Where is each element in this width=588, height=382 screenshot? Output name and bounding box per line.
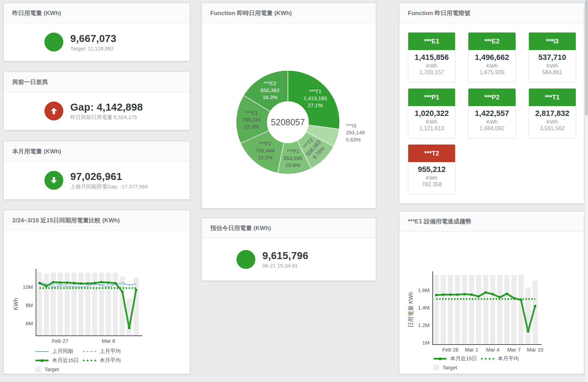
- svg-text:27.1%: 27.1%: [308, 102, 323, 108]
- svg-text:***P1: ***P1: [286, 148, 299, 154]
- panel-title[interactable]: Function 昨日用電燈號: [408, 9, 470, 17]
- legend-item-current-month-average[interactable]: 本月平均: [481, 355, 529, 362]
- stat-subtitle: Target: 11,128,992: [70, 46, 149, 51]
- svg-text:10M: 10M: [23, 284, 33, 290]
- svg-text:***P2: ***P2: [259, 140, 271, 146]
- tile-status-header: ***T2: [408, 145, 455, 162]
- tile-unit: KWh: [529, 63, 576, 69]
- panel-title[interactable]: 本月用電量 (KWh): [12, 147, 61, 155]
- svg-text:5.63%: 5.63%: [346, 137, 361, 143]
- svg-text:791,444: 791,444: [256, 147, 275, 153]
- tile-target: 1,684,092: [468, 125, 515, 132]
- svg-text:553,595: 553,595: [283, 155, 302, 161]
- page-scrollbar[interactable]: [585, 0, 588, 382]
- stat-subtitle: 06-21 15:34:41: [262, 263, 341, 269]
- svg-text:日用電量 KWh: 日用電量 KWh: [408, 292, 414, 328]
- target-bar-key-icon: [35, 367, 41, 372]
- svg-text:293,149: 293,149: [346, 130, 365, 136]
- tile-unit: KWh: [408, 119, 455, 125]
- tile-value: 1,496,662: [468, 53, 515, 62]
- svg-text:1.2M: 1.2M: [418, 322, 430, 328]
- panel-header: 2/24~3/10 近15日同期用電量比較 (KWh): [4, 210, 190, 230]
- legend-label: 本月近15日: [52, 357, 79, 364]
- status-tile: ***P21,422,557KWh1,684,092: [468, 88, 516, 139]
- legend-item-last-month-average[interactable]: 上月平均: [83, 348, 130, 355]
- panel-title[interactable]: 2/24~3/10 近15日同期用電量比較 (KWh): [12, 216, 120, 224]
- panel-header: ***E1 設備用電達成趨勢: [399, 211, 584, 231]
- status-tile: ***T12,817,832KWh3,591,562: [529, 88, 576, 139]
- svg-text:***I3: ***I3: [346, 123, 356, 129]
- legend-label: 本月近15日: [450, 355, 477, 362]
- tile-value: 537,710: [529, 53, 576, 62]
- tile-target: 1,675,939: [468, 69, 515, 76]
- green-line-key-icon: [433, 358, 447, 360]
- tile-target: 762,358: [408, 181, 455, 188]
- legend-label: 上月平均: [100, 348, 121, 355]
- svg-text:1.6M: 1.6M: [418, 287, 430, 293]
- comparison-line-chart: 6M8M10MFeb 27Mar 6KWh: [4, 230, 189, 346]
- panel-month-usage: 本月用電量 (KWh) 97,026,961 上個月同期用電Gap: -17,3…: [3, 141, 190, 200]
- legend-item-target[interactable]: Target: [433, 364, 481, 370]
- svg-text:***T1: ***T1: [309, 88, 321, 94]
- tile-value: 1,415,856: [408, 53, 455, 62]
- tile-unit: KWh: [408, 63, 455, 69]
- lights-tiles: ***E11,415,856KWh1,700,157***E21,496,662…: [399, 23, 584, 195]
- tile-status-header: ***P2: [468, 89, 515, 106]
- legend-item-current-15days[interactable]: 本月近15日: [35, 357, 83, 364]
- panel-header: 本月用電量 (KWh): [4, 141, 190, 161]
- arrow-up-icon: [44, 102, 63, 120]
- stat-value: 9,615,796: [262, 250, 341, 262]
- svg-text:Mar 10: Mar 10: [527, 347, 544, 353]
- panel-15day-comparison: 2/24~3/10 近15日同期用電量比較 (KWh) 6M8M10MFeb 2…: [3, 210, 190, 374]
- tile-target: 584,861: [529, 69, 576, 76]
- dashboard: 昨日用電量 (KWh) 9,667,073 Target: 11,128,992…: [0, 0, 588, 382]
- svg-text:KWh: KWh: [13, 298, 19, 310]
- status-dot-icon: [44, 33, 63, 51]
- svg-text:1,413,183: 1,413,183: [304, 95, 327, 101]
- legend-item-last-month-period[interactable]: 上月同期: [35, 348, 83, 355]
- stat-subtitle: 昨日與前日用電量 5,524,175: [70, 114, 149, 121]
- panel-yesterday-usage: 昨日用電量 (KWh) 9,667,073 Target: 11,128,992: [3, 3, 190, 61]
- blue-line-key-icon: [35, 351, 49, 352]
- scrollbar-thumb[interactable]: [585, 0, 588, 116]
- tile-status-header: ***E2: [468, 33, 515, 50]
- status-tile: ***T2955,212KWh762,358: [408, 144, 455, 195]
- panel-header: 預估今日用電量 (KWh): [202, 218, 376, 238]
- tile-status-header: ***E1: [408, 33, 455, 50]
- panel-e1-trend: ***E1 設備用電達成趨勢 1M1.2M1.4M1.6MFeb 26Mar 1…: [399, 211, 584, 374]
- svg-text:Mar 6: Mar 6: [102, 338, 115, 344]
- stat-body: Gap: 4,142,898 昨日與前日用電量 5,524,175: [4, 92, 190, 130]
- legend-item-target[interactable]: Target: [35, 366, 83, 372]
- chart-legend: 上月同期 上月平均 本月近15日 本月平均: [4, 348, 190, 372]
- stat-value: 9,667,073: [70, 33, 149, 44]
- svg-text:15.3%: 15.3%: [244, 124, 259, 130]
- status-dot-icon: [236, 250, 255, 269]
- tile-value: 1,020,322: [408, 109, 455, 118]
- svg-text:Mar 7: Mar 7: [507, 347, 520, 353]
- stat-body: 9,667,073 Target: 11,128,992: [4, 23, 190, 61]
- tile-target: 1,121,613: [408, 125, 455, 132]
- svg-text:Feb 26: Feb 26: [442, 347, 459, 353]
- svg-text:15.2%: 15.2%: [258, 154, 273, 160]
- tile-status-header: ***I3: [529, 33, 576, 50]
- svg-text:6M: 6M: [26, 320, 33, 326]
- tile-target: 3,591,562: [529, 125, 576, 132]
- panel-title[interactable]: 昨日用電量 (KWh): [12, 9, 61, 17]
- panel-title[interactable]: Function 即時日用電量 (KWh): [210, 9, 292, 17]
- legend-item-current-15days[interactable]: 本月近15日: [433, 355, 481, 362]
- panel-day-gap: 與前一日差異 Gap: 4,142,898 昨日與前日用電量 5,524,175: [3, 72, 190, 130]
- legend-item-current-month-average[interactable]: 本月平均: [83, 357, 130, 364]
- stat-body: 9,615,796 06-21 15:34:41: [202, 238, 376, 280]
- tile-target: 1,700,157: [408, 69, 455, 76]
- status-tile: ***E21,496,662KWh1,675,939: [468, 32, 516, 83]
- svg-text:10.6%: 10.6%: [285, 162, 300, 168]
- stat-body: 97,026,961 上個月同期用電Gap: -17,377,566: [4, 161, 190, 199]
- svg-text:850,362: 850,362: [261, 87, 279, 93]
- svg-text:1.4M: 1.4M: [418, 305, 430, 311]
- panel-title[interactable]: 預估今日用電量 (KWh): [210, 224, 271, 232]
- panel-title[interactable]: 與前一日差異: [12, 78, 48, 86]
- blue-dash-key-icon: [83, 351, 96, 352]
- panel-title[interactable]: ***E1 設備用電達成趨勢: [408, 217, 471, 225]
- svg-text:8M: 8M: [26, 302, 33, 308]
- panel-header: Function 昨日用電燈號: [399, 3, 584, 23]
